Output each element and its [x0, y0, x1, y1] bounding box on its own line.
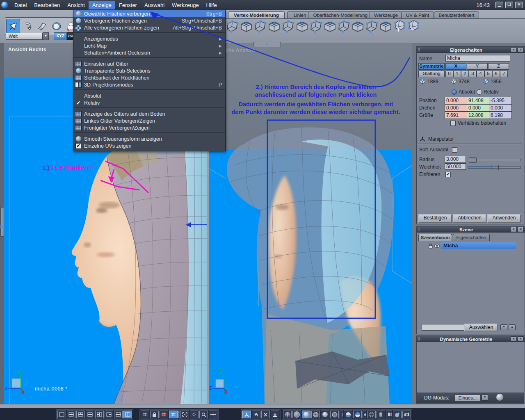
coordinate-space-dropdown-arrow[interactable]: ▼ [43, 32, 49, 40]
minimize-button[interactable]: ▁ [495, 2, 503, 8]
vertex-tool-icon[interactable] [226, 20, 239, 33]
menu-item-smooth-steuerungsform-anzeigen[interactable]: Smooth Steuerungsform anzeigen [73, 135, 225, 142]
vertex-tool-icon[interactable] [295, 20, 309, 33]
fit-view-icon[interactable] [180, 411, 189, 418]
shading-textured-icon[interactable] [330, 411, 339, 418]
panel-grip-icon[interactable]: ⣿ [417, 228, 422, 231]
hide-upper-icon[interactable] [353, 411, 362, 418]
vertex-tool-icon[interactable] [281, 20, 295, 33]
symmetry-button[interactable]: Symmetrie [418, 63, 445, 70]
panel-collapse-icon[interactable]: ▼ [511, 227, 517, 232]
dg-panel-titlebar[interactable]: ⣿ Dynamische Geometrie ▼ ✕ [417, 336, 525, 342]
properties-panel-titlebar[interactable]: ⣿ Eigenschaften ▼ ✕ [417, 47, 525, 53]
sparkle-sphere-icon[interactable] [393, 411, 402, 418]
shading-shaded-icon[interactable] [302, 411, 310, 418]
shading-smooth-icon[interactable] [321, 411, 329, 418]
menu-item-absolut[interactable]: Absolut [73, 92, 225, 99]
menu-item-gewaehlte-flaechen-verbergen[interactable]: Gewählte Flächen verbergen Strg+B [73, 10, 225, 17]
symmetry-y-button[interactable]: Y [467, 63, 488, 70]
vertex-tool-icon[interactable] [365, 20, 379, 33]
manipulator-drop-icon[interactable] [271, 411, 279, 418]
radius-slider[interactable] [468, 159, 521, 161]
menu-item-einzelne-uvs-zeigen[interactable]: ✔ Einzelne UVs zeigen [73, 142, 225, 149]
shading-hiddenline-icon[interactable] [292, 411, 301, 418]
confirm-button[interactable]: Bestätigen [418, 214, 452, 223]
menu-item-relativ[interactable]: ✔ Relativ [73, 99, 225, 106]
menu-ansicht[interactable]: Ansicht [64, 1, 89, 9]
add-sphere-tool-icon[interactable]: + [393, 20, 406, 33]
pan-view-icon[interactable] [190, 411, 199, 418]
panel-grip-icon[interactable]: ⣿ [417, 48, 422, 52]
select-arrow-tool[interactable] [6, 19, 20, 34]
vertex-tool-icon[interactable] [253, 20, 267, 33]
grid-snap-icon[interactable] [141, 411, 149, 418]
tab-szenenbaum[interactable]: Szenenbaum [418, 234, 452, 241]
hide-lower-icon[interactable] [344, 411, 352, 418]
vertex-tool-icon[interactable] [323, 20, 337, 33]
menu-item-linkes-gitter-verbergen-zeigen[interactable]: Linkes Gitter Verbergen/Zeigen [73, 117, 225, 124]
softness-slider-handle[interactable] [491, 165, 499, 170]
viewport-splitter-handle[interactable]: ▲ [253, 42, 281, 47]
scrollbar-arrow-icon[interactable] [0, 225, 5, 228]
smoothing-level-0[interactable]: 0 [445, 71, 453, 77]
menu-item-verborgene-flaechen-zeigen[interactable]: Verborgene Flächen zeigen Strg+Umschalt+… [73, 17, 225, 24]
zoom-view-icon[interactable] [199, 411, 208, 418]
menu-werkzeuge[interactable]: Werkzeuge [168, 1, 203, 9]
position-z-field[interactable]: -5.395 [489, 97, 512, 104]
menu-item-3d-projektionsmodus[interactable]: 3D-Projektionsmodus P [73, 81, 225, 88]
render-camera-icon[interactable] [402, 411, 411, 418]
menu-item-schatten-ambient-occlusion[interactable]: Schatten+Ambient Occlusion▶ [73, 49, 225, 56]
vertex-tool-icon[interactable] [267, 20, 281, 33]
scene-object-micha[interactable]: Micha [441, 242, 516, 249]
menu-bearbeiten[interactable]: Bearbeiten [30, 1, 64, 9]
shading-shaded-wire-icon[interactable] [311, 411, 320, 418]
size-y-field[interactable]: 12.808 [467, 112, 490, 119]
vertex-tool-icon[interactable] [379, 20, 393, 33]
select-button[interactable]: Auswählen [464, 324, 498, 331]
panel-close-icon[interactable]: ✕ [518, 227, 524, 232]
panel-grip-icon[interactable]: ⣿ [417, 337, 422, 341]
vertex-tool-icon[interactable] [351, 20, 365, 33]
manipulator-move-icon[interactable] [252, 411, 260, 418]
smoothing-level-5[interactable]: 5 [484, 71, 492, 77]
menu-auswahl[interactable]: Auswahl [141, 1, 168, 9]
freeze-checkbox[interactable]: ✔ [445, 172, 451, 177]
position-y-field[interactable]: 91.408 [467, 97, 490, 104]
menu-item-anzeige-des-gitters-auf-dem-boden[interactable]: Anzeige des Gitters auf dem Boden [73, 110, 225, 117]
coordinate-space-select[interactable]: Welt [6, 33, 43, 40]
subtract-sphere-tool-icon[interactable]: − [407, 20, 420, 33]
menu-hilfe[interactable]: Hilfe [203, 1, 221, 9]
rotation-y-field[interactable]: 0.000 [467, 104, 490, 112]
shading-wireframe-icon[interactable] [283, 411, 292, 418]
cylinder-icon[interactable] [377, 411, 385, 418]
layout-vsplit-icon[interactable] [123, 411, 132, 418]
menu-item-frontgitter-verbergen-zeigen[interactable]: Frontgitter Verbergen/Zeigen [73, 124, 225, 131]
smoothing-level-1[interactable]: 1 [453, 71, 461, 77]
grid-horizontal-icon[interactable] [160, 411, 168, 418]
smoothing-level-4[interactable]: 4 [477, 71, 484, 77]
tab-eigenschaften[interactable]: Eigenschaften [453, 234, 490, 241]
rotate-view-tool[interactable] [21, 19, 34, 33]
manipulator-scale-icon[interactable] [261, 411, 270, 418]
dg-mode-select[interactable]: Einges... [454, 395, 481, 402]
menu-item-einrasten-auf-gitter[interactable]: Einrasten auf Gitter [73, 60, 225, 67]
menu-fenster[interactable]: Fenster [115, 1, 141, 9]
scene-filter-input[interactable] [422, 324, 465, 331]
mesh-sphere-icon[interactable] [367, 411, 376, 418]
vertex-tool-icon[interactable] [309, 20, 323, 33]
pan-tool[interactable] [36, 19, 49, 33]
name-field[interactable]: Micha [445, 55, 510, 62]
smoothing-level-6[interactable]: 6 [492, 71, 500, 77]
look-at-icon[interactable] [209, 411, 217, 418]
close-button[interactable]: ✕ [515, 2, 523, 8]
smoothing-level-2[interactable]: 2 [461, 71, 469, 77]
menu-item-transparente-sub-selections[interactable]: Transparente Sub-Selections [73, 67, 225, 74]
layout-single-icon[interactable] [57, 411, 66, 418]
panel-close-icon[interactable]: ✕ [518, 47, 524, 52]
manipulator-tripod-icon[interactable] [242, 411, 251, 418]
menu-item-anzeigemodus[interactable]: Anzeigemodus▶ [73, 35, 225, 42]
panel-close-icon[interactable]: ✕ [518, 336, 524, 342]
layout-bottom-wide-icon[interactable] [76, 411, 85, 418]
rotation-z-field[interactable]: 0.000 [489, 104, 512, 112]
vertex-tool-icon[interactable] [337, 20, 351, 33]
